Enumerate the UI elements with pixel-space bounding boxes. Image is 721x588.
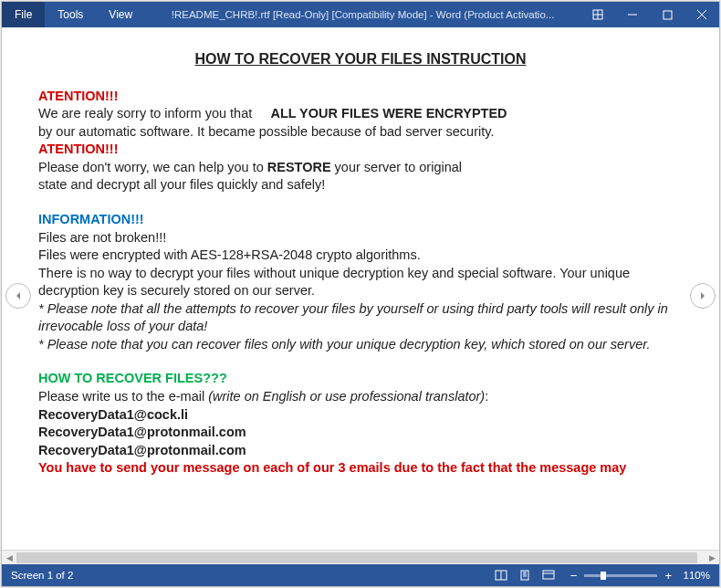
encrypted-bold: ALL YOUR FILES WERE ENCRYPTED (270, 106, 507, 121)
maximize-button[interactable] (650, 2, 684, 27)
email-3: RecoveryData1@protonmail.com (38, 442, 683, 460)
titlebar: File Tools View !README_CHRB!.rtf [Read-… (2, 2, 719, 27)
minimize-button[interactable] (615, 2, 650, 27)
email-1: RecoveryData1@cock.li (38, 406, 683, 425)
body-line: We are realy sorry to inform you that AL… (38, 105, 683, 123)
body-line: by our automatic software. It became pos… (38, 123, 683, 142)
email-2: RecoveryData1@protonmail.com (38, 424, 683, 442)
window-controls (580, 2, 719, 27)
warning-line: You have to send your message on each of… (38, 459, 683, 478)
zoom-in-button[interactable]: + (663, 569, 674, 583)
body-line: There is no way to decrypt your files wi… (38, 265, 683, 300)
document-page: HOW TO RECOVER YOUR FILES INSTRUCTION AT… (2, 27, 719, 487)
text: We are realy sorry to inform you that (38, 106, 256, 121)
scroll-thumb[interactable] (16, 552, 697, 563)
body-line: state and decrypt all your files quickly… (38, 176, 683, 194)
svg-rect-13 (543, 571, 554, 579)
read-mode-icon[interactable] (490, 566, 512, 584)
note-1: * Please note that all the attempts to r… (38, 300, 683, 336)
information-heading: INFORMATION!!! (38, 211, 683, 229)
scroll-track[interactable] (16, 551, 705, 564)
zoom-percent[interactable]: 110% (679, 570, 710, 581)
note-2: * Please note that you can recover files… (38, 336, 683, 354)
page-indicator[interactable]: Screen 1 of 2 (11, 570, 490, 581)
menu-tools[interactable]: Tools (45, 2, 96, 27)
print-layout-icon[interactable] (514, 566, 536, 584)
attention-2: ATENTION!!! (38, 141, 683, 159)
view-mode-buttons (490, 566, 559, 584)
body-line: Please write us to the e-mail (write on … (38, 388, 683, 406)
full-screen-icon[interactable] (580, 2, 615, 27)
menu-view[interactable]: View (96, 2, 145, 27)
attention-1: ATENTION!!! (38, 88, 683, 106)
text: Please don't worry, we can help you to (38, 160, 267, 174)
translator-note: (write on English or use professional tr… (208, 389, 485, 404)
recover-heading: HOW TO RECOVER FILES??? (38, 370, 683, 388)
text: Please write us to the e-mail (38, 389, 208, 404)
document-area: HOW TO RECOVER YOUR FILES INSTRUCTION AT… (2, 27, 719, 550)
menu-bar: File Tools View (2, 2, 145, 27)
restore-bold: RESTORE (267, 160, 331, 174)
text: your server to original (331, 160, 462, 174)
statusbar: Screen 1 of 2 − + 110% (2, 564, 719, 586)
menu-file[interactable]: File (2, 2, 45, 27)
nav-next-button[interactable] (690, 283, 716, 309)
svg-rect-4 (664, 11, 672, 19)
close-button[interactable] (684, 2, 719, 27)
web-layout-icon[interactable] (538, 566, 559, 584)
scroll-right-icon[interactable]: ▶ (705, 551, 719, 565)
nav-prev-button[interactable] (5, 283, 31, 309)
body-line: Files are not broken!!! (38, 229, 683, 247)
body-line: Please don't worry, we can help you to R… (38, 159, 683, 177)
zoom-out-button[interactable]: − (569, 569, 580, 583)
zoom-slider[interactable] (584, 574, 657, 577)
text: : (485, 389, 488, 404)
window-title: !README_CHRB!.rtf [Read-Only] [Compatibi… (145, 9, 580, 20)
zoom-thumb[interactable] (601, 572, 606, 580)
horizontal-scrollbar[interactable]: ◀ ▶ (2, 550, 719, 564)
page-heading: HOW TO RECOVER YOUR FILES INSTRUCTION (38, 49, 683, 69)
body-line: Files were encrypted with AES-128+RSA-20… (38, 247, 683, 265)
zoom-controls: − + 110% (569, 569, 710, 583)
scroll-left-icon[interactable]: ◀ (2, 551, 16, 565)
